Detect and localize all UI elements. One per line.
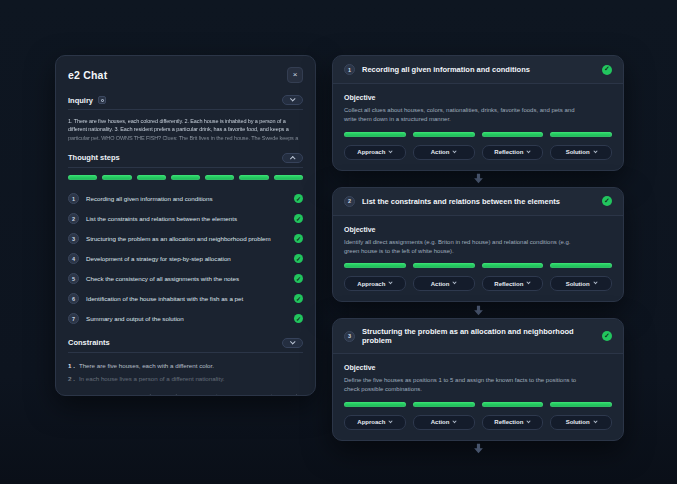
step-number: 3 <box>68 233 79 244</box>
card-dropdown-button[interactable]: Solution <box>550 145 612 160</box>
thought-steps-section-header: Thought steps <box>68 153 303 168</box>
constraint-number: 3 . <box>68 388 75 396</box>
progress-segment <box>68 175 97 180</box>
card-dropdown-button[interactable]: Approach <box>344 145 406 160</box>
progress-segment <box>205 175 234 180</box>
flow-arrow-icon <box>332 302 624 318</box>
step-card-header: 3 Structuring the problem as an allocati… <box>333 319 623 354</box>
card-dropdown-button[interactable]: Reflection <box>482 276 544 291</box>
chevron-down-icon <box>593 149 597 153</box>
thought-step-row[interactable]: 3 Structuring the problem as an allocati… <box>68 229 303 249</box>
chat-panel: e2 Chat × Inquiry 1. There are five hous… <box>55 55 316 396</box>
card-title: List the constraints and relations betwe… <box>362 197 595 206</box>
constraints-label: Constraints <box>68 338 110 347</box>
inquiry-section: Inquiry 1. There are five houses, each c… <box>68 95 303 144</box>
card-dropdown-button[interactable]: Action <box>413 145 475 160</box>
step-number: 6 <box>68 293 79 304</box>
step-card-body: Objective Identify all direct assignment… <box>333 216 623 302</box>
card-dropdown-button[interactable]: Reflection <box>482 145 544 160</box>
card-dropdown-button[interactable]: Solution <box>550 276 612 291</box>
check-icon: ✓ <box>294 314 303 323</box>
flow-arrow-icon <box>332 441 624 457</box>
constraint-text: There are five houses, each with a diffe… <box>79 362 214 369</box>
flow-arrow-icon <box>332 171 624 187</box>
card-title: Recording all given information and cond… <box>362 65 595 74</box>
card-dropdown-button[interactable]: Reflection <box>482 415 544 430</box>
step-card-header: 1 Recording all given information and co… <box>333 56 623 84</box>
card-progress-bar <box>344 263 612 268</box>
step-label: Development of a strategy for step-by-st… <box>86 255 287 262</box>
constraint-text: Each household member prefers a particul… <box>79 388 303 396</box>
dropdown-button-label: Reflection <box>494 281 523 287</box>
constraints-list: 1 . There are five houses, each with a d… <box>68 359 303 396</box>
inquiry-collapse-button[interactable] <box>282 95 303 105</box>
step-number: 1 <box>68 193 79 204</box>
close-button[interactable]: × <box>287 67 303 83</box>
progress-segment <box>413 402 475 407</box>
card-button-row: Approach Action Reflection Solution <box>344 276 612 291</box>
chevron-down-icon <box>389 280 393 284</box>
step-card: 3 Structuring the problem as an allocati… <box>332 318 624 441</box>
progress-segment <box>344 402 406 407</box>
step-card: 2 List the constraints and relations bet… <box>332 187 624 303</box>
card-dropdown-button[interactable]: Approach <box>344 415 406 430</box>
step-number: 5 <box>68 273 79 284</box>
dropdown-button-label: Approach <box>357 281 385 287</box>
dropdown-button-label: Solution <box>566 419 590 425</box>
chevron-down-icon <box>290 96 295 101</box>
progress-segment <box>239 175 268 180</box>
card-dropdown-button[interactable]: Action <box>413 415 475 430</box>
objective-label: Objective <box>344 94 612 101</box>
progress-segment <box>274 175 303 180</box>
card-dropdown-button[interactable]: Approach <box>344 276 406 291</box>
progress-segment <box>102 175 131 180</box>
app-canvas: e2 Chat × Inquiry 1. There are five hous… <box>0 0 677 484</box>
check-icon: ✓ <box>294 254 303 263</box>
thought-step-row[interactable]: 7 Summary and output of the solution ✓ <box>68 309 303 329</box>
step-label: Structuring the problem as an allocation… <box>86 235 287 242</box>
step-card-body: Objective Define the five houses as posi… <box>333 354 623 440</box>
progress-segment <box>550 402 612 407</box>
inquiry-section-header: Inquiry <box>68 95 303 110</box>
progress-segment <box>413 263 475 268</box>
thought-step-row[interactable]: 5 Check the consistency of all assignmen… <box>68 269 303 289</box>
progress-segment <box>137 175 166 180</box>
card-button-row: Approach Action Reflection Solution <box>344 415 612 430</box>
thought-step-row[interactable]: 2 List the constraints and relations bet… <box>68 209 303 229</box>
constraint-number: 2 . <box>68 375 75 382</box>
chevron-up-icon <box>290 157 295 162</box>
constraints-section: Constraints 1 . There are five houses, e… <box>68 338 303 396</box>
thought-step-row[interactable]: 6 Identification of the house inhabitant… <box>68 289 303 309</box>
constraints-collapse-button[interactable] <box>282 338 303 348</box>
constraint-number: 1 . <box>68 362 75 369</box>
chevron-down-icon <box>593 280 597 284</box>
check-icon: ✓ <box>602 65 612 75</box>
card-dropdown-button[interactable]: Solution <box>550 415 612 430</box>
card-dropdown-button[interactable]: Action <box>413 276 475 291</box>
check-icon: ✓ <box>294 194 303 203</box>
objective-text: Identify all direct assignments (e.g. Br… <box>344 238 582 257</box>
dropdown-button-label: Action <box>431 149 450 155</box>
constraint-item: 1 . There are five houses, each with a d… <box>68 359 303 372</box>
step-card-body: Objective Collect all clues about houses… <box>333 84 623 170</box>
chevron-down-icon <box>389 419 393 423</box>
copy-icon[interactable] <box>98 96 106 104</box>
progress-segment <box>344 263 406 268</box>
progress-segment <box>550 132 612 137</box>
constraint-text: In each house lives a person of a differ… <box>79 375 225 382</box>
card-step-number: 2 <box>344 196 355 207</box>
progress-segment <box>550 263 612 268</box>
objective-text: Define the five houses as positions 1 to… <box>344 376 582 395</box>
thought-steps-collapse-button[interactable] <box>282 153 303 163</box>
thought-step-row[interactable]: 4 Development of a strategy for step-by-… <box>68 249 303 269</box>
step-label: Identification of the house inhabitant w… <box>86 295 287 302</box>
progress-segment <box>171 175 200 180</box>
chevron-down-icon <box>593 419 597 423</box>
progress-segment <box>413 132 475 137</box>
chevron-down-icon <box>453 280 457 284</box>
step-number: 2 <box>68 213 79 224</box>
progress-segment <box>344 132 406 137</box>
thought-step-row[interactable]: 1 Recording all given information and co… <box>68 189 303 209</box>
objective-label: Objective <box>344 226 612 233</box>
objective-label: Objective <box>344 364 612 371</box>
